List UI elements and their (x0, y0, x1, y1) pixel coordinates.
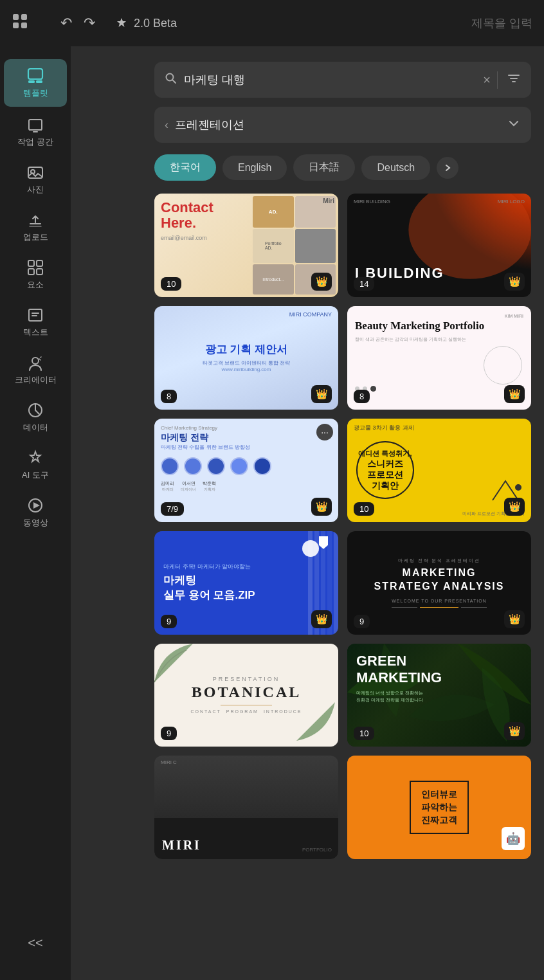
sidebar-label-workspace: 작업 공간 (17, 136, 53, 148)
card-crown-8: 👑 (504, 610, 525, 628)
template-card-miri[interactable]: MIRI C MIRI PORTFOLIO (154, 756, 338, 859)
svg-rect-14 (37, 269, 42, 275)
svg-rect-6 (36, 80, 42, 83)
undo-icon[interactable]: ↶ (60, 15, 72, 32)
sidebar-item-creator[interactable]: 크리에이터 (0, 346, 71, 394)
sidebar-collapse-button[interactable]: << (0, 925, 71, 961)
svg-rect-12 (37, 260, 42, 266)
template-card-beauty[interactable]: KIM MIRI Beauty Marketing Portfolio 향이 색… (347, 306, 531, 410)
sidebar-label-video: 동영상 (23, 517, 48, 529)
search-clear-button[interactable]: × (483, 73, 491, 87)
card-badge-1: 10 (161, 277, 181, 291)
svg-point-16 (32, 358, 39, 364)
template-card-interview[interactable]: 인터뷰로파악하는진짜고객 🤖 (347, 756, 531, 859)
sidebar-label-text: 텍스트 (23, 327, 48, 338)
topbar-title[interactable]: 제목을 입력 (471, 15, 532, 31)
grid-icon[interactable] (12, 13, 28, 33)
category-arrow-left[interactable]: ‹ (165, 118, 168, 132)
sidebar-label-data: 데이터 (23, 422, 48, 433)
card-badge-8: 9 (354, 615, 370, 628)
beta-label: 2.0 Beta (134, 17, 177, 30)
card-badge-9: 9 (161, 727, 177, 740)
topbar-beta: 2.0 Beta (114, 16, 177, 30)
card-crown-10: 👑 (504, 722, 525, 740)
card-crown-2: 👑 (504, 273, 525, 291)
sidebar-label-element: 요소 (27, 279, 44, 291)
sidebar-item-photo[interactable]: 사진 (0, 156, 71, 203)
template-card-contact[interactable]: ContactHere. email@email.com AD. Portfol… (154, 194, 338, 297)
search-bar: × (154, 62, 531, 98)
beauty-title: Beauty Marketing Portfolio (355, 320, 523, 332)
template-card-botanical[interactable]: PRESENTATION BOTANICAL CONTACTPROGRAMINT… (154, 644, 338, 747)
svg-rect-11 (28, 260, 34, 266)
language-tabs: 한국어 English 日本語 Deutsch (154, 154, 531, 181)
card-badge-2: 14 (354, 277, 374, 291)
sidebar-label-upload: 업로드 (23, 231, 48, 243)
card-crown-7: 👑 (311, 610, 332, 628)
sidebar-item-upload[interactable]: 업로드 (0, 203, 71, 251)
redo-icon[interactable]: ↷ (84, 15, 95, 32)
svg-rect-5 (28, 80, 35, 83)
svg-rect-2 (13, 23, 19, 28)
category-arrow-down[interactable] (507, 116, 521, 134)
svg-rect-13 (28, 269, 34, 275)
lang-tab-german[interactable]: Deutsch (361, 156, 430, 180)
svg-rect-4 (28, 69, 42, 79)
main-content: × ‹ 프레젠테이션 한국어 English 日本語 Deutsch (141, 46, 544, 980)
card-crown-1: 👑 (311, 273, 332, 291)
sidebar-item-text[interactable]: 텍스트 (0, 298, 71, 346)
svg-rect-1 (21, 14, 27, 20)
svg-rect-7 (29, 120, 42, 130)
lang-tab-japanese[interactable]: 日本語 (293, 154, 355, 181)
svg-marker-19 (33, 502, 40, 509)
card-badge-3: 8 (161, 390, 177, 403)
sidebar-label-template: 템플릿 (23, 87, 48, 99)
card-crown-5: 👑 (311, 498, 332, 516)
template-grid: ContactHere. email@email.com AD. Portfol… (154, 194, 531, 859)
lang-tab-english[interactable]: English (222, 156, 287, 180)
sidebar-item-element[interactable]: 요소 (0, 251, 71, 298)
template-card-green[interactable]: GREENMARKETING 마케팅의 녀색 방향으로 전환하는친환경 마케팅 … (347, 644, 531, 747)
sidebar-label-ai: AI 도구 (22, 469, 49, 481)
svg-rect-3 (21, 23, 27, 28)
card-crown-6: 👑 (504, 498, 525, 516)
sidebar-item-workspace[interactable]: 작업 공간 (0, 108, 71, 156)
card-crown-4: 👑 (504, 385, 525, 403)
template-card-analysis[interactable]: 마케팅 전략 분석 프레젠테이션 MARKETINGSTRATEGY ANALY… (347, 531, 531, 635)
card-crown-3: 👑 (311, 385, 332, 403)
template-card-glossary[interactable]: 마케터 주목! 마케터가 알아야할는 마케팅실무 용어 모음.ZIP 9 👑 (154, 531, 338, 635)
category-selected: 프레젠테이션 (175, 117, 500, 132)
template-card-strategy[interactable]: ··· Chief Marketing Strategy 마케팅 전략 마케팅 … (154, 419, 338, 522)
card-badge-6: 10 (354, 502, 374, 516)
sidebar-item-data[interactable]: 데이터 (0, 394, 71, 441)
category-bar[interactable]: ‹ 프레젠테이션 (154, 107, 531, 143)
search-icon (165, 72, 177, 87)
lang-more-button[interactable] (437, 157, 458, 179)
card-badge-5: 7/9 (161, 502, 184, 516)
card-badge-4: 8 (354, 390, 370, 403)
sidebar-item-ai[interactable]: AI 도구 (0, 441, 71, 489)
sidebar-label-photo: 사진 (27, 184, 44, 195)
svg-point-23 (515, 484, 521, 491)
template-card-sneakers[interactable]: 광고물 3차기 활용 과제 에디션 특성취기, 스니커즈프로모션기획안 미리화 … (347, 419, 531, 522)
card-badge-10: 10 (354, 727, 374, 740)
svg-rect-0 (13, 14, 19, 20)
sidebar-item-template[interactable]: 템플릿 (4, 59, 67, 107)
topbar: ↶ ↷ 2.0 Beta 제목을 입력 (0, 0, 544, 46)
svg-rect-8 (33, 131, 38, 132)
sidebar-label-creator: 크리에이터 (15, 374, 57, 386)
search-filter-button[interactable] (497, 71, 521, 89)
search-input[interactable] (184, 73, 476, 87)
sidebar: 템플릿 작업 공간 사진 업로드 (0, 0, 71, 980)
lang-tab-korean[interactable]: 한국어 (154, 154, 216, 181)
topbar-nav: ↶ ↷ (60, 15, 95, 32)
card-badge-7: 9 (161, 615, 177, 628)
template-card-building[interactable]: MIRI BUILDING MIRI LOGO I BUILDING 14 👑 (347, 194, 531, 297)
sidebar-item-video[interactable]: 동영상 (0, 489, 71, 536)
template-card-proposal[interactable]: MIRI COMPANY 광고 기획 제안서 타겟고객 브랜드 아이덴티티 통합… (154, 306, 338, 410)
